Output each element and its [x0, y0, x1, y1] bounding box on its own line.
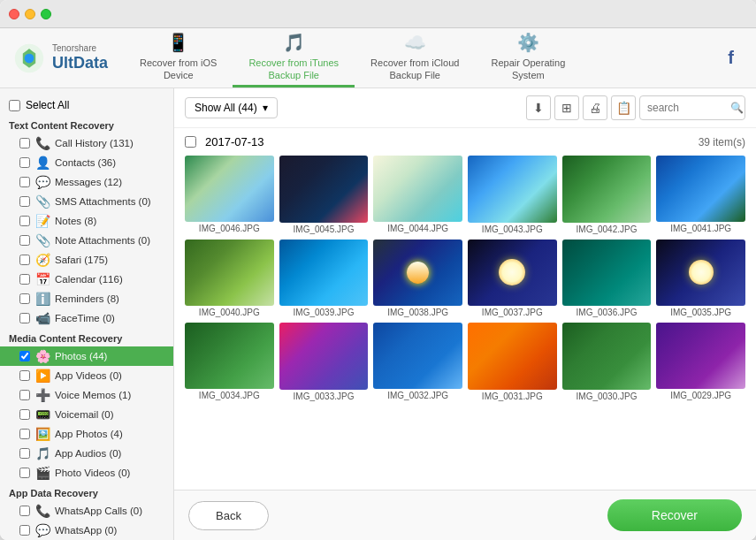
- photo-cell-0046[interactable]: IMG_0046.JPG: [185, 156, 274, 234]
- sidebar-item-photos[interactable]: 🌸 Photos (44): [0, 346, 173, 366]
- sidebar-item-notes[interactable]: 📝 Notes (8): [0, 211, 173, 231]
- photo-cell-0036[interactable]: IMG_0036.JPG: [562, 240, 652, 318]
- photo-cell-0042[interactable]: IMG_0042.JPG: [562, 156, 652, 234]
- photos-checkbox[interactable]: [19, 351, 30, 361]
- facebook-button[interactable]: f: [714, 28, 747, 87]
- select-all-row[interactable]: Select All: [0, 95, 173, 115]
- photo-name-0043: IMG_0043.JPG: [468, 224, 557, 234]
- voicemail-label: Voicemail (0): [55, 409, 113, 420]
- sidebar-item-reminders[interactable]: ℹ️ Reminders (8): [0, 289, 173, 308]
- photo-cell-0039[interactable]: IMG_0039.JPG: [279, 240, 369, 318]
- grid-area: 2017-07-13 39 item(s) IMG_0046.JPG IMG_0…: [174, 128, 756, 490]
- sidebar-item-photo-videos[interactable]: 🎬 Photo Videos (0): [0, 463, 173, 483]
- app-videos-checkbox[interactable]: [19, 370, 30, 381]
- photo-cell-0034[interactable]: IMG_0034.JPG: [185, 323, 274, 401]
- photo-thumb-0035: [656, 240, 745, 306]
- sidebar-item-app-photos[interactable]: 🖼️ App Photos (4): [0, 424, 173, 444]
- reminders-checkbox[interactable]: [19, 293, 30, 304]
- sidebar-item-whatsapp-calls[interactable]: 📞 WhatsApp Calls (0): [0, 501, 173, 521]
- fullscreen-button[interactable]: [41, 9, 51, 19]
- tab-itunes[interactable]: 🎵 Recover from iTunesBackup File: [233, 28, 355, 87]
- voicemail-checkbox[interactable]: [19, 409, 30, 420]
- voice-memos-checkbox[interactable]: [19, 390, 30, 400]
- chevron-down-icon: ▾: [263, 102, 268, 114]
- photo-cell-0041[interactable]: IMG_0041.JPG: [656, 156, 745, 234]
- reminders-icon: ℹ️: [35, 292, 50, 306]
- section-text-content: Text Content Recovery: [0, 115, 173, 133]
- photo-cell-0040[interactable]: IMG_0040.JPG: [185, 240, 274, 318]
- call-history-checkbox[interactable]: [19, 138, 30, 148]
- messages-icon: 💬: [35, 175, 50, 189]
- select-all-label: Select All: [26, 99, 69, 111]
- recover-button[interactable]: Recover: [607, 499, 742, 531]
- photo-thumb-0030: [562, 323, 652, 390]
- whatsapp-label: WhatsApp (0): [55, 525, 117, 536]
- back-button[interactable]: Back: [188, 501, 269, 530]
- photo-cell-0044[interactable]: IMG_0044.JPG: [373, 156, 462, 234]
- close-button[interactable]: [9, 9, 19, 19]
- search-input[interactable]: [647, 102, 727, 114]
- photo-cell-0037[interactable]: IMG_0037.JPG: [468, 240, 557, 318]
- download-view-icon[interactable]: ⬇: [526, 95, 551, 120]
- app-photos-checkbox[interactable]: [19, 429, 30, 439]
- safari-checkbox[interactable]: [19, 255, 30, 265]
- whatsapp-calls-checkbox[interactable]: [19, 506, 30, 516]
- contacts-checkbox[interactable]: [19, 157, 30, 168]
- note-attachments-checkbox[interactable]: [19, 235, 30, 246]
- logo-area: Tenorshare UltData: [9, 28, 124, 87]
- select-all-checkbox[interactable]: [9, 100, 20, 111]
- sidebar-item-app-audios[interactable]: 🎵 App Audios (0): [0, 444, 173, 463]
- sidebar-item-contacts[interactable]: 👤 Contacts (36): [0, 153, 173, 172]
- photo-grid-row3: IMG_0034.JPG IMG_0033.JPG IMG_0032.JPG I…: [185, 323, 745, 401]
- photo-thumb-0038: [373, 240, 462, 306]
- app-audios-icon: 🎵: [35, 446, 50, 460]
- grid-view-icon[interactable]: ⊞: [554, 95, 579, 120]
- sidebar-item-call-history[interactable]: 📞 Call History (131): [0, 133, 173, 153]
- photo-videos-icon: 🎬: [35, 466, 50, 480]
- sidebar-item-whatsapp[interactable]: 💬 WhatsApp (0): [0, 521, 173, 540]
- tab-itunes-label: Recover from iTunesBackup File: [248, 57, 339, 82]
- photo-cell-0043[interactable]: IMG_0043.JPG: [468, 156, 557, 234]
- facetime-checkbox[interactable]: [19, 313, 30, 323]
- date-group-checkbox[interactable]: [185, 136, 196, 148]
- photo-cell-0033[interactable]: IMG_0033.JPG: [279, 323, 369, 401]
- photo-thumb-0044: [373, 156, 462, 222]
- show-all-dropdown[interactable]: Show All (44) ▾: [185, 97, 278, 118]
- photo-name-0033: IMG_0033.JPG: [279, 392, 369, 401]
- app-audios-checkbox[interactable]: [19, 448, 30, 459]
- notes-checkbox[interactable]: [19, 216, 30, 226]
- sidebar-item-app-videos[interactable]: ▶️ App Videos (0): [0, 366, 173, 385]
- photo-videos-checkbox[interactable]: [19, 468, 30, 478]
- sidebar-item-calendar[interactable]: 📅 Calendar (116): [0, 270, 173, 289]
- sidebar-item-messages[interactable]: 💬 Messages (12): [0, 172, 173, 192]
- sidebar-item-note-attachments[interactable]: 📎 Note Attachments (0): [0, 231, 173, 250]
- export-icon[interactable]: 📋: [611, 95, 636, 120]
- sidebar-item-facetime[interactable]: 📹 FaceTime (0): [0, 308, 173, 328]
- print-icon[interactable]: 🖨: [583, 95, 607, 120]
- photo-cell-0032[interactable]: IMG_0032.JPG: [373, 323, 462, 401]
- photo-cell-0038[interactable]: IMG_0038.JPG: [373, 240, 462, 318]
- messages-checkbox[interactable]: [19, 177, 30, 187]
- tab-ios[interactable]: 📱 Recover from iOSDevice: [124, 28, 233, 87]
- photo-cell-0035[interactable]: IMG_0035.JPG: [656, 240, 745, 318]
- minimize-button[interactable]: [25, 9, 35, 19]
- whatsapp-checkbox[interactable]: [19, 525, 30, 536]
- app-window: Tenorshare UltData 📱 Recover from iOSDev…: [0, 0, 756, 540]
- photo-cell-0045[interactable]: IMG_0045.JPG: [279, 156, 369, 234]
- photo-cell-0030[interactable]: IMG_0030.JPG: [562, 323, 652, 401]
- sidebar-item-sms-attachments[interactable]: 📎 SMS Attachments (0): [0, 192, 173, 211]
- section-media-content: Media Content Recovery: [0, 328, 173, 346]
- sms-attachments-checkbox[interactable]: [19, 196, 30, 207]
- brand-name: Tenorshare: [52, 43, 108, 54]
- tab-repair[interactable]: ⚙️ Repair OperatingSystem: [475, 28, 581, 87]
- contacts-icon: 👤: [35, 156, 50, 170]
- sidebar-item-safari[interactable]: 🧭 Safari (175): [0, 250, 173, 270]
- photo-cell-0029[interactable]: IMG_0029.JPG: [656, 323, 745, 401]
- photo-cell-0031[interactable]: IMG_0031.JPG: [468, 323, 557, 401]
- call-history-icon: 📞: [35, 136, 50, 150]
- sidebar-item-voicemail[interactable]: 📟 Voicemail (0): [0, 405, 173, 424]
- notes-label: Notes (8): [55, 216, 96, 226]
- calendar-checkbox[interactable]: [19, 274, 30, 285]
- tab-icloud[interactable]: ☁️ Recover from iCloudBackup File: [355, 28, 475, 87]
- sidebar-item-voice-memos[interactable]: ➕ Voice Memos (1): [0, 385, 173, 405]
